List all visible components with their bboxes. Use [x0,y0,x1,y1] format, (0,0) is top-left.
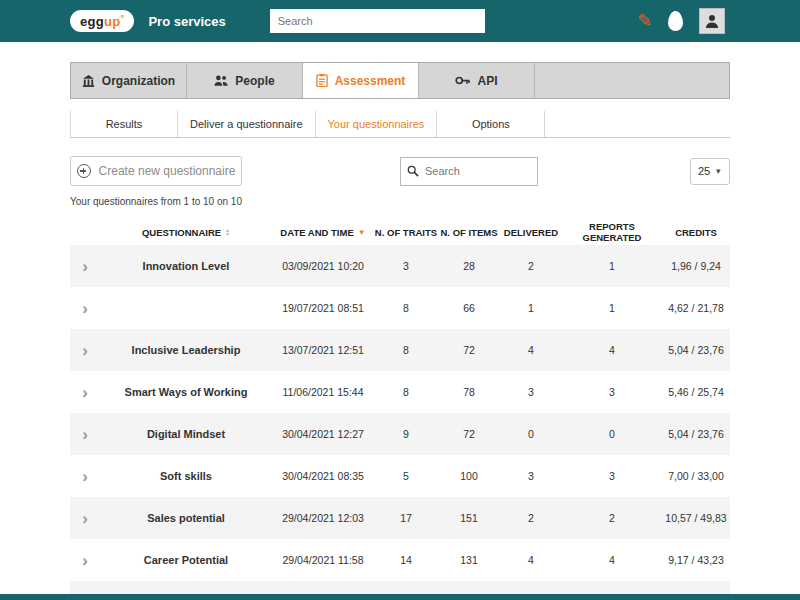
date-and-time: 30/04/2021 08:35 [272,470,374,482]
building-icon [82,74,95,87]
n-of-traits: 8 [374,386,438,398]
delivered-count: 4 [500,344,562,356]
tab-people[interactable]: People [187,63,303,98]
date-and-time: 29/04/2021 12:03 [272,512,374,524]
table-row[interactable]: › Innovation Level 03/09/2021 10:20 3 28… [70,245,730,287]
n-of-items: 66 [438,302,500,314]
col-date-time[interactable]: DATE AND TIME ▼ [272,227,374,238]
n-of-items: 100 [438,470,500,482]
credits-value: 4,62 / 21,78 [662,302,730,314]
n-of-items: 78 [438,386,500,398]
header-actions: ✎ [637,8,725,34]
expand-row-chevron-icon[interactable]: › [70,300,100,317]
table-row[interactable]: › Sales potential 29/04/2021 12:03 17 15… [70,497,730,539]
egg-icon[interactable] [668,11,683,31]
create-button-label: Create new questionnaire [99,164,236,178]
subtab-your-questionnaires[interactable]: Your questionnaires [316,111,438,137]
delivered-count: 3 [500,470,562,482]
credits-value: 7,00 / 33,00 [662,470,730,482]
table-row[interactable]: › Smart Ways of Working 11/06/2021 15:44… [70,371,730,413]
expand-row-chevron-icon[interactable]: › [70,552,100,569]
reports-generated-count: 1 [562,260,662,272]
header-search-input[interactable] [270,9,485,33]
col-label: DELIVERED [504,227,558,238]
col-n-of-items[interactable]: N. OF ITEMS [438,227,500,238]
table-row[interactable]: › Soft skills 30/04/2021 08:35 5 100 3 3… [70,455,730,497]
date-and-time: 11/06/2021 15:44 [272,386,374,398]
expand-row-chevron-icon[interactable]: › [70,510,100,527]
date-and-time: 03/09/2021 10:20 [272,260,374,272]
assessment-icon [316,74,328,87]
eggup-logo[interactable]: eggup° [70,10,134,32]
credits-value: 9,17 / 43,23 [662,554,730,566]
primary-tabs: Organization People Assessment API [70,62,730,99]
logo-mark: ° [121,13,125,23]
page-size-select[interactable]: 25 ▼ [690,158,730,185]
delivered-count: 4 [500,554,562,566]
pencil-icon[interactable]: ✎ [637,12,652,30]
reports-generated-count: 1 [562,302,662,314]
credits-value: 5,04 / 23,76 [662,344,730,356]
expand-row-chevron-icon[interactable]: › [70,342,100,359]
expand-row-chevron-icon[interactable]: › [70,426,100,443]
table-header-row: QUESTIONNAIRE ▲▼ DATE AND TIME ▼ N. OF T… [70,219,730,245]
credits-value: 10,57 / 49,83 [662,512,730,524]
questionnaires-table: QUESTIONNAIRE ▲▼ DATE AND TIME ▼ N. OF T… [70,219,730,600]
tab-label: Assessment [335,74,406,88]
tab-api[interactable]: API [419,63,535,98]
credits-value: 1,96 / 9,24 [662,260,730,272]
tab-assessment[interactable]: Assessment [303,63,419,98]
col-label: CREDITS [675,227,717,238]
tab-label: People [235,74,274,88]
questionnaire-name: Smart Ways of Working [100,386,272,398]
tab-bar-filler [535,63,729,98]
reports-generated-count: 4 [562,554,662,566]
table-search-input[interactable] [425,165,531,177]
delivered-count: 1 [500,302,562,314]
delivered-count: 3 [500,386,562,398]
create-questionnaire-button[interactable]: Create new questionnaire [70,156,242,186]
tab-label: API [477,74,497,88]
table-row[interactable]: › Inclusive Leadership 13/07/2021 12:51 … [70,329,730,371]
expand-row-chevron-icon[interactable]: › [70,468,100,485]
n-of-traits: 14 [374,554,438,566]
subtab-results[interactable]: Results [70,111,178,137]
n-of-items: 28 [438,260,500,272]
table-row[interactable]: › Digital Mindset 30/04/2021 12:27 9 72 … [70,413,730,455]
sort-desc-icon[interactable]: ▼ [358,228,366,237]
date-and-time: 30/04/2021 12:27 [272,428,374,440]
pagination-caption: Your questionnaires from 1 to 10 on 10 [70,196,730,207]
expand-row-chevron-icon[interactable]: › [70,258,100,275]
col-reports-generated[interactable]: REPORTS GENERATED [562,221,662,243]
n-of-traits: 9 [374,428,438,440]
subtab-options[interactable]: Options [437,111,545,137]
main-content: Organization People Assessment API Resul… [70,62,730,600]
col-n-of-traits[interactable]: N. OF TRAITS [374,227,438,238]
tab-organization[interactable]: Organization [71,63,187,98]
subtab-deliver-questionnaire[interactable]: Deliver a questionnaire [178,111,316,137]
secondary-tabs: Results Deliver a questionnaire Your que… [70,111,730,138]
credits-value: 5,04 / 23,76 [662,428,730,440]
questionnaire-name: Innovation Level [100,260,272,272]
page-size-value: 25 [698,165,710,177]
date-and-time: 19/07/2021 08:51 [272,302,374,314]
expand-row-chevron-icon[interactable]: › [70,384,100,401]
col-delivered[interactable]: DELIVERED [500,227,562,238]
delivered-count: 0 [500,428,562,440]
col-credits[interactable]: CREDITS [662,227,730,238]
table-row[interactable]: › 19/07/2021 08:51 8 66 1 1 4,62 / 21,78 [70,287,730,329]
user-icon [704,13,720,29]
avatar[interactable] [699,8,725,34]
footer-bar [0,594,800,600]
table-row[interactable]: › Career Potential 29/04/2021 11:58 14 1… [70,539,730,581]
date-and-time: 29/04/2021 11:58 [272,554,374,566]
col-questionnaire[interactable]: QUESTIONNAIRE ▲▼ [100,227,272,238]
n-of-traits: 3 [374,260,438,272]
reports-generated-count: 0 [562,428,662,440]
logo-text-egg: egg [80,14,104,29]
questionnaire-name: Sales potential [100,512,272,524]
sort-icon[interactable]: ▲▼ [225,228,230,236]
reports-generated-count: 4 [562,344,662,356]
table-body: › Innovation Level 03/09/2021 10:20 3 28… [70,245,730,600]
n-of-traits: 8 [374,344,438,356]
